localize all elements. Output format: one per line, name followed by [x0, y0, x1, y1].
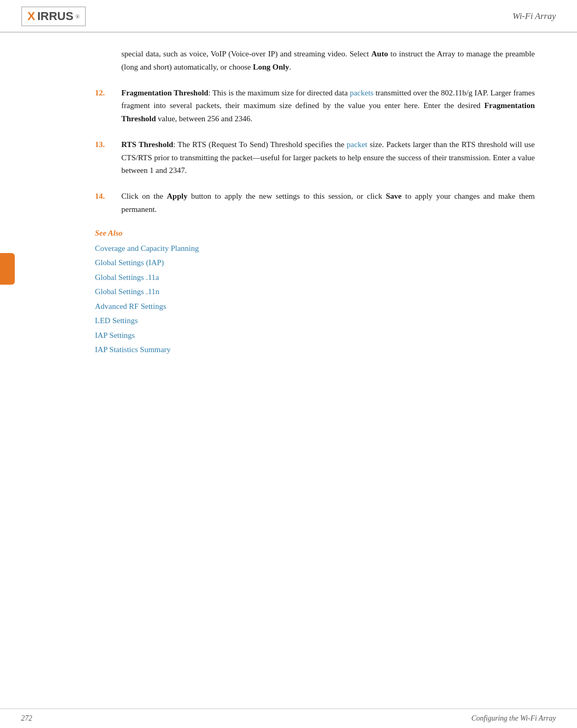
preamble-content: special data, such as voice, VoIP (Voice… — [121, 47, 535, 74]
main-content: special data, such as voice, VoIP (Voice… — [0, 33, 577, 377]
item12-content: Fragmentation Threshold: This is the max… — [121, 86, 535, 125]
logo-reg: ® — [75, 14, 80, 20]
list-item-14: 14. Click on the Apply button to apply t… — [95, 190, 535, 216]
preamble-auto: Auto — [371, 50, 388, 58]
list-item-13: 13. RTS Threshold: The RTS (Request To S… — [95, 138, 535, 177]
logo-x: X — [27, 9, 35, 23]
item14-text2: button to apply the new settings to this… — [187, 192, 386, 200]
item12-term: Fragmentation Threshold — [121, 89, 208, 97]
item14-content: Click on the Apply button to apply the n… — [121, 190, 535, 216]
logo-area: XIRRUS® — [21, 6, 86, 26]
see-also-link-coverage[interactable]: Coverage and Capacity Planning — [95, 242, 535, 256]
item14-apply: Apply — [167, 192, 187, 200]
footer-page-number: 272 — [21, 714, 32, 723]
footer-chapter: Configuring the Wi-Fi Array — [472, 714, 556, 723]
header-title: Wi-Fi Array — [513, 11, 556, 22]
see-also-link-advanced-rf[interactable]: Advanced RF Settings — [95, 300, 535, 314]
item13-number: 13. — [95, 138, 121, 177]
see-also-link-iap-stats[interactable]: IAP Statistics Summary — [95, 343, 535, 357]
item13-term: RTS Threshold — [121, 140, 173, 149]
item14-text1: Click on the — [121, 192, 167, 200]
see-also-link-global-iap[interactable]: Global Settings (IAP) — [95, 256, 535, 270]
item13-content: RTS Threshold: The RTS (Request To Send)… — [121, 138, 535, 177]
bookmark-tab — [0, 253, 15, 285]
item13-packet-link[interactable]: packet — [347, 140, 367, 149]
see-also-link-global-11n[interactable]: Global Settings .11n — [95, 285, 535, 299]
preamble-text1: special data, such as voice, VoIP (Voice… — [121, 50, 371, 58]
preamble-end: . — [289, 63, 291, 71]
logo-box: XIRRUS® — [21, 6, 86, 26]
see-also-title: See Also — [95, 229, 535, 238]
see-also-link-iap-settings[interactable]: IAP Settings — [95, 329, 535, 343]
preamble-number — [95, 47, 121, 74]
logo-irrus: IRRUS — [37, 9, 73, 23]
see-also-link-led[interactable]: LED Settings — [95, 314, 535, 328]
item12-packets-link[interactable]: packets — [350, 89, 373, 97]
see-also-links: Coverage and Capacity Planning Global Se… — [95, 242, 535, 357]
item12-number: 12. — [95, 86, 121, 125]
preamble-long: Long Only — [253, 63, 289, 71]
item14-number: 14. — [95, 190, 121, 216]
item14-save: Save — [386, 192, 402, 200]
page-header: XIRRUS® Wi-Fi Array — [0, 0, 577, 33]
see-also-section: See Also Coverage and Capacity Planning … — [95, 229, 535, 357]
page-container: XIRRUS® Wi-Fi Array special data, such a… — [0, 0, 577, 728]
item12-colon: : This is the maximum size for directed … — [208, 89, 350, 97]
item12-rest2: value, between 256 and 2346. — [156, 114, 253, 123]
see-also-link-global-11a[interactable]: Global Settings .11a — [95, 271, 535, 285]
list-item-12: 12. Fragmentation Threshold: This is the… — [95, 86, 535, 125]
item13-colon: : The RTS (Request To Send) Threshold sp… — [173, 140, 347, 149]
page-footer: 272 Configuring the Wi-Fi Array — [0, 708, 577, 728]
preamble-paragraph: special data, such as voice, VoIP (Voice… — [95, 47, 535, 74]
